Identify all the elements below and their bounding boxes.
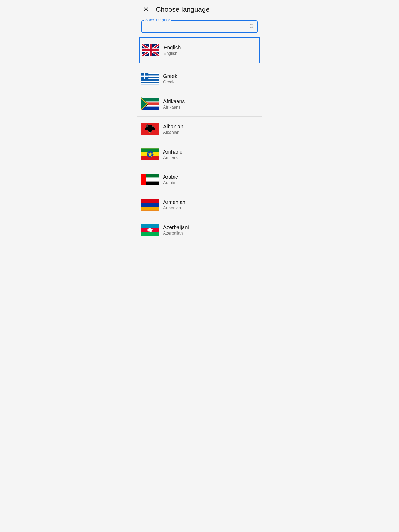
language-native: Greek (163, 80, 177, 84)
list-item[interactable]: Azerbaijani Azerbaijani (137, 217, 262, 242)
language-text-albanian: Albanian Albanian (163, 124, 183, 135)
page-title: Choose language (156, 5, 210, 14)
language-name: Amharic (163, 149, 182, 155)
language-name: Albanian (163, 124, 183, 130)
svg-rect-21 (141, 76, 148, 77)
flag-greek (141, 70, 159, 88)
language-native: Albanian (163, 130, 183, 135)
svg-rect-17 (141, 81, 159, 82)
spacer (137, 63, 262, 66)
search-label: Search Language (144, 18, 171, 22)
list-item[interactable]: Greek Greek (137, 66, 262, 91)
flag-arabic (141, 171, 159, 188)
list-item[interactable]: Arabic Arabic (137, 167, 262, 192)
language-name: Azerbaijani (163, 224, 189, 230)
language-text-arabic: Arabic Arabic (163, 174, 178, 185)
language-native: Afrikaans (163, 105, 185, 110)
language-native: English (164, 51, 181, 56)
search-icon (249, 23, 255, 30)
language-list: English English Greek Greek (137, 37, 262, 242)
flag-azerbaijani (141, 221, 159, 239)
close-icon (143, 6, 149, 12)
svg-rect-60 (141, 207, 159, 211)
svg-point-47 (148, 125, 150, 127)
list-item[interactable]: Amharic Amharic (137, 142, 262, 167)
list-item[interactable]: English English (139, 37, 260, 63)
list-item[interactable]: Afrikaans Afrikaans (137, 91, 262, 117)
language-native: Amharic (163, 155, 182, 160)
search-container: Search Language (137, 18, 262, 37)
svg-rect-18 (141, 83, 159, 85)
svg-point-2 (250, 24, 253, 28)
svg-point-48 (150, 125, 152, 127)
search-field: Search Language (141, 20, 258, 33)
language-text-armenian: Armenian Armenian (163, 199, 185, 210)
search-input[interactable] (145, 24, 247, 29)
language-native: Armenian (163, 206, 185, 210)
svg-rect-57 (141, 174, 146, 185)
language-name: English (164, 45, 181, 51)
language-native: Arabic (163, 181, 178, 185)
language-native: Azerbaijani (163, 231, 189, 236)
language-text-azerbaijani: Azerbaijani Azerbaijani (163, 224, 189, 236)
language-text-english: English English (164, 45, 181, 56)
svg-rect-63 (141, 232, 159, 236)
header: Choose language (137, 0, 262, 18)
flag-armenian (141, 196, 159, 214)
list-item[interactable]: Armenian Armenian (137, 192, 262, 217)
flag-amharic (141, 145, 159, 163)
svg-rect-12 (142, 49, 159, 51)
flag-afrikaans (141, 95, 159, 113)
language-name: Afrikaans (163, 98, 185, 104)
language-text-afrikaans: Afrikaans Afrikaans (163, 98, 185, 110)
language-name: Armenian (163, 199, 185, 205)
flag-albanian: 🦅 (141, 120, 159, 138)
list-item[interactable]: 🦅 Albanian Albanian (137, 117, 262, 142)
svg-rect-59 (141, 203, 159, 207)
flag-english (142, 41, 159, 59)
language-text-amharic: Amharic Amharic (163, 149, 182, 160)
language-text-greek: Greek Greek (163, 73, 177, 84)
close-button[interactable] (141, 5, 151, 14)
svg-line-3 (253, 27, 254, 29)
language-name: Greek (163, 73, 177, 79)
language-name: Arabic (163, 174, 178, 180)
